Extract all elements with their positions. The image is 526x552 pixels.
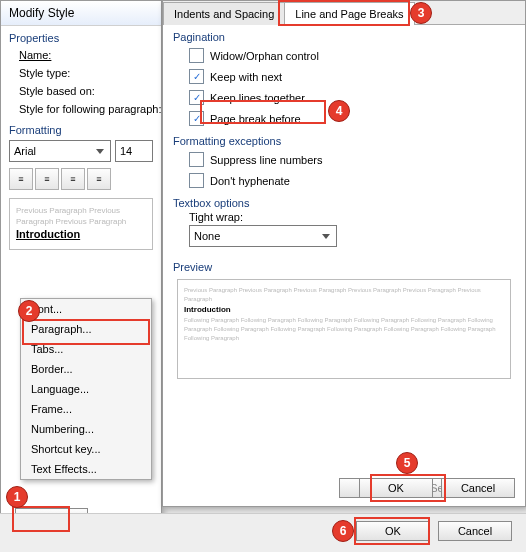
align-buttons: ≡ ≡ ≡ ≡ <box>1 164 161 194</box>
font-size-select[interactable]: 14 <box>115 140 153 162</box>
callout-1: 1 <box>6 486 28 508</box>
align-center-button[interactable]: ≡ <box>35 168 59 190</box>
keep-next-label: Keep with next <box>210 71 282 83</box>
paragraph-preview: Previous Paragraph Previous Paragraph Pr… <box>177 279 511 379</box>
paragraph-tabs: Indents and Spacing Line and Page Breaks <box>163 1 525 25</box>
formatting-heading: Formatting <box>1 118 161 138</box>
pagination-heading: Pagination <box>163 25 525 45</box>
modify-style-title: Modify Style <box>1 1 161 26</box>
suppress-checkbox[interactable] <box>189 152 204 167</box>
properties-heading: Properties <box>1 26 161 46</box>
keep-lines-checkbox[interactable]: ✓ <box>189 90 204 105</box>
menu-numbering[interactable]: Numbering... <box>21 419 151 439</box>
callout-5: 5 <box>396 452 418 474</box>
cancel-button[interactable]: Cancel <box>441 478 515 498</box>
fmt-exceptions-heading: Formatting exceptions <box>163 129 525 149</box>
align-justify-button[interactable]: ≡ <box>87 168 111 190</box>
tab-line-page-breaks[interactable]: Line and Page Breaks <box>284 2 414 25</box>
callout-3: 3 <box>410 2 432 24</box>
preview-heading: Preview <box>163 255 525 275</box>
textbox-heading: Textbox options <box>163 191 525 211</box>
widow-checkbox[interactable] <box>189 48 204 63</box>
keep-lines-label: Keep lines together <box>210 92 305 104</box>
style-following-label: Style for following paragraph: <box>1 100 161 118</box>
widow-label: Widow/Orphan control <box>210 50 319 62</box>
keep-next-checkbox[interactable]: ✓ <box>189 69 204 84</box>
page-break-label: Page break before <box>210 113 301 125</box>
menu-shortcut[interactable]: Shortcut key... <box>21 439 151 459</box>
hyphenate-checkbox[interactable] <box>189 173 204 188</box>
chevron-down-icon <box>322 234 330 239</box>
tight-wrap-select[interactable]: None <box>189 225 337 247</box>
hyphenate-label: Don't hyphenate <box>210 175 290 187</box>
ok-button[interactable]: OK <box>359 478 433 498</box>
suppress-label: Suppress line numbers <box>210 154 323 166</box>
style-based-label: Style based on: <box>1 82 161 100</box>
name-label: Name: <box>1 46 161 64</box>
outer-cancel-button[interactable]: Cancel <box>438 521 512 541</box>
menu-border[interactable]: Border... <box>21 359 151 379</box>
font-select[interactable]: Arial <box>9 140 111 162</box>
page-break-checkbox[interactable]: ✓ <box>189 111 204 126</box>
align-left-button[interactable]: ≡ <box>9 168 33 190</box>
outer-button-bar: OK Cancel <box>0 513 526 552</box>
paragraph-dialog: Indents and Spacing Line and Page Breaks… <box>162 0 526 507</box>
tab-indents[interactable]: Indents and Spacing <box>163 2 285 25</box>
menu-language[interactable]: Language... <box>21 379 151 399</box>
menu-paragraph[interactable]: Paragraph... <box>21 319 151 339</box>
style-preview: Previous Paragraph Previous Paragraph Pr… <box>9 198 153 250</box>
menu-tabs[interactable]: Tabs... <box>21 339 151 359</box>
format-menu: Font... Paragraph... Tabs... Border... L… <box>20 298 152 480</box>
align-right-button[interactable]: ≡ <box>61 168 85 190</box>
callout-4: 4 <box>328 100 350 122</box>
callout-2: 2 <box>18 300 40 322</box>
style-type-label: Style type: <box>1 64 161 82</box>
tight-wrap-label: Tight wrap: <box>163 211 525 223</box>
menu-frame[interactable]: Frame... <box>21 399 151 419</box>
chevron-down-icon <box>96 149 104 154</box>
menu-text-effects[interactable]: Text Effects... <box>21 459 151 479</box>
menu-font[interactable]: Font... <box>21 299 151 319</box>
callout-6: 6 <box>332 520 354 542</box>
outer-ok-button[interactable]: OK <box>356 521 430 541</box>
